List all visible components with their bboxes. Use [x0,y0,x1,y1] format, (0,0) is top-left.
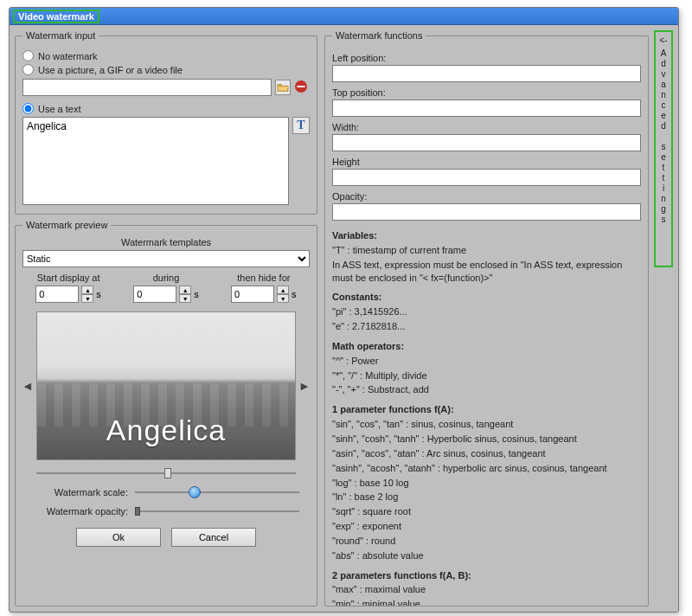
fn-opacity-label: Opacity: [332,191,641,202]
preview-next-icon[interactable]: ► [299,369,310,403]
width-input[interactable] [332,134,641,151]
preview-frame: Angelica [36,311,296,460]
watermark-text-input[interactable]: Angelica [22,117,289,205]
advanced-settings-label: Advanced settings [659,48,669,225]
templates-label: Watermark templates [22,237,310,247]
start-display-input[interactable] [35,286,79,303]
open-file-icon[interactable] [275,80,291,95]
template-select[interactable]: Static [22,250,310,267]
collapse-arrow-icon: <- [659,35,667,45]
watermark-functions-legend: Watermark functions [332,30,426,41]
text-style-icon[interactable]: T [292,117,310,134]
opacity-slider[interactable] [135,505,299,517]
titlebar[interactable]: Video watermark [10,8,678,25]
start-spinner[interactable]: ▲▼ [81,286,93,303]
height-input[interactable] [332,169,641,186]
radio-use-picture[interactable]: Use a picture, a GIF or a video file [22,64,310,75]
hide-input[interactable] [231,286,274,303]
during-spinner[interactable]: ▲▼ [179,286,191,303]
watermark-preview-group: Watermark preview Watermark templates St… [15,220,317,606]
watermark-preview-legend: Watermark preview [22,220,111,230]
scale-slider[interactable] [135,486,299,498]
cancel-button[interactable]: Cancel [171,528,256,547]
radio-use-text[interactable]: Use a text [22,103,310,114]
video-watermark-dialog: Video watermark Watermark input No water… [9,7,679,613]
clear-file-icon[interactable] [294,80,310,95]
watermark-input-group: Watermark input No watermark Use a pictu… [15,30,317,215]
during-input[interactable] [133,286,176,303]
timeline-slider[interactable] [36,467,296,479]
during-label: during [153,273,180,283]
documentation-text: Variables: "T" : timestamp of current fr… [332,229,641,606]
hide-label: then hide for [237,273,290,283]
radio-use-text-input[interactable] [22,103,34,114]
opacity-label: Watermark opacity: [33,506,128,517]
top-position-input[interactable] [332,99,641,117]
left-position-label: Left position: [332,53,641,63]
preview-prev-icon[interactable]: ◄ [22,369,33,403]
scale-label: Watermark scale: [33,487,128,497]
radio-use-picture-input[interactable] [22,64,34,75]
ok-button[interactable]: Ok [76,528,161,547]
width-label: Width: [332,122,641,132]
advanced-settings-panel[interactable]: <- Advanced settings [654,30,673,267]
watermark-functions-group: Watermark functions Left position: Top p… [324,30,649,606]
start-display-label: Start display at [37,273,100,283]
preview-overlay-text: Angelica [106,414,226,447]
window-title: Video watermark [13,10,99,23]
left-position-input[interactable] [332,65,641,82]
watermark-input-legend: Watermark input [22,30,99,41]
fn-opacity-input[interactable] [332,203,641,221]
hide-spinner[interactable]: ▲▼ [277,286,289,303]
radio-no-watermark[interactable]: No watermark [22,50,310,61]
svg-rect-1 [298,86,305,87]
top-position-label: Top position: [332,87,641,98]
radio-no-watermark-input[interactable] [22,50,34,61]
height-label: Height [332,157,641,167]
picture-path-input[interactable] [22,79,272,96]
